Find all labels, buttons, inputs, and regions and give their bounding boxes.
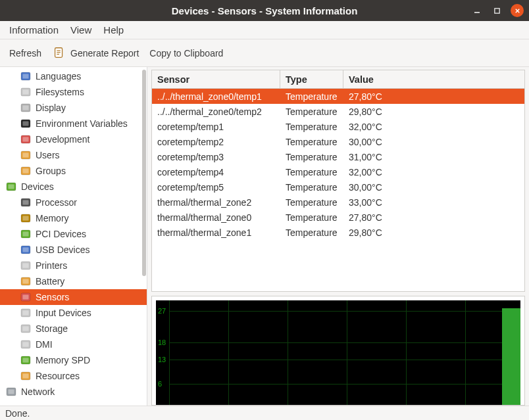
table-row[interactable]: ../../thermal_zone0/temp1Temperature27,8… [152,89,524,104]
sidebar-item-label: USB Devices [36,245,89,255]
ram-icon [20,212,32,224]
sidebar-item-resources[interactable]: Resources [0,368,147,384]
pci-icon [20,228,32,240]
flag-icon [20,70,32,82]
sidebar-item-label: Display [36,103,66,113]
sidebar-item-usb-devices[interactable]: USB Devices [0,242,147,258]
cell-value: 32,00°C [343,122,524,132]
sidebar-item-environment-variables[interactable]: Environment Variables [0,116,147,131]
table-row[interactable]: coretemp/temp4Temperature32,00°C [152,164,524,179]
sidebar-item-processor[interactable]: Processor [0,195,147,210]
sidebar-item-label: Languages [36,71,81,82]
svg-rect-15 [23,122,29,126]
chart-gridline-h [169,360,520,360]
menu-information[interactable]: Information [4,22,64,38]
cell-type: Temperature [280,152,343,162]
col-header-sensor[interactable]: Sensor [152,70,280,88]
sidebar-item-display[interactable]: Display [0,100,147,116]
sidebar-item-label: Devices [21,181,54,192]
svg-rect-33 [23,264,29,268]
window-titlebar: Devices - Sensors - System Information [0,0,529,21]
sidebar-item-dmi[interactable]: DMI [0,337,147,352]
cell-sensor: thermal/thermal_zone0 [152,212,280,223]
sidebar-item-label: Users [36,150,60,160]
cell-sensor: ../../thermal_zone0/temp2 [152,106,280,117]
cell-type: Temperature [280,137,343,147]
table-row[interactable]: coretemp/temp3Temperature31,00°C [152,149,524,164]
refresh-label: Refresh [9,48,41,58]
minimize-button[interactable] [471,5,483,16]
window-controls [471,0,524,21]
toolbox-icon [20,133,32,145]
maximize-button[interactable] [491,5,503,16]
cell-value: 27,80°C [343,212,524,223]
sidebar-item-users[interactable]: Users [0,147,147,163]
sidebar-item-label: Memory SPD [36,355,90,365]
table-row[interactable]: ../../thermal_zone0/temp2Temperature29,8… [152,104,524,119]
col-header-value[interactable]: Value [343,70,524,88]
cell-type: Temperature [280,106,343,117]
svg-rect-41 [23,327,29,331]
chart-ytick: 27 [158,307,166,315]
sidebar-item-filesystems[interactable]: Filesystems [0,84,147,100]
table-row[interactable]: thermal/thermal_zone1Temperature29,80°C [152,225,524,240]
svg-rect-11 [23,90,29,95]
sidebar-item-storage[interactable]: Storage [0,321,147,337]
generate-report-button[interactable]: Generate Report [49,43,141,63]
svg-rect-21 [23,169,29,174]
cell-value: 29,80°C [343,106,524,117]
table-row[interactable]: thermal/thermal_zone2Temperature33,00°C [152,195,524,210]
table-row[interactable]: coretemp/temp1Temperature32,00°C [152,119,524,134]
svg-rect-47 [23,374,29,379]
sidebar-item-label: PCI Devices [36,229,86,239]
table-body: ../../thermal_zone0/temp1Temperature27,8… [152,89,524,240]
close-button[interactable] [511,4,524,17]
cell-type: Temperature [280,122,343,132]
network-icon [5,386,17,398]
menu-view[interactable]: View [65,22,97,38]
sidebar-scrollbar[interactable] [141,70,147,403]
sidebar-item-devices[interactable]: Devices [0,179,147,195]
sidebar-item-input-devices[interactable]: Input Devices [0,305,147,321]
svg-rect-49 [9,390,14,394]
sidebar-item-development[interactable]: Development [0,131,147,147]
svg-rect-25 [23,200,29,205]
menu-help[interactable]: Help [98,22,129,38]
sidebar-item-network[interactable]: Network [0,384,147,400]
svg-rect-29 [23,232,29,237]
cell-sensor: coretemp/temp1 [152,122,280,132]
status-text: Done. [5,408,30,419]
refresh-button[interactable]: Refresh [7,45,44,61]
sidebar-item-label: Memory [36,213,69,223]
table-row[interactable]: coretemp/temp5Temperature30,00°C [152,179,524,195]
table-row[interactable]: thermal/thermal_zone0Temperature27,80°C [152,210,524,225]
users-icon [20,165,32,177]
sidebar-item-label: Groups [36,166,66,176]
sidebar-item-languages[interactable]: Languages [0,68,147,84]
sidebar-item-pci-devices[interactable]: PCI Devices [0,226,147,242]
thermometer-icon [20,291,32,303]
sidebar-item-groups[interactable]: Groups [0,163,147,179]
cell-type: Temperature [280,91,343,102]
cell-value: 30,00°C [343,182,524,193]
sidebar-item-battery[interactable]: Battery [0,273,147,289]
sidebar-item-memory[interactable]: Memory [0,210,147,226]
cell-sensor: thermal/thermal_zone2 [152,197,280,208]
table-row[interactable]: coretemp/temp2Temperature30,00°C [152,134,524,149]
cell-type: Temperature [280,212,343,223]
sidebar-item-sensors[interactable]: Sensors [0,289,147,305]
chart-container: 2718136 [151,296,525,406]
sidebar-item-memory-spd[interactable]: Memory SPD [0,352,147,368]
cell-type: Temperature [280,167,343,177]
sidebar: LanguagesFilesystemsDisplayEnvironment V… [0,67,147,406]
svg-rect-6 [57,52,61,53]
sidebar-item-printers[interactable]: Printers [0,258,147,273]
chart-ytick: 6 [158,380,162,388]
window-title: Devices - Sensors - System Information [172,5,358,16]
svg-rect-43 [23,342,29,347]
col-header-type[interactable]: Type [280,70,343,88]
copy-to-clipboard-button[interactable]: Copy to Clipboard [147,45,226,61]
chart-gridline-v [169,300,170,405]
sidebar-item-label: Storage [36,323,68,334]
sidebar-item-label: Environment Variables [36,118,128,129]
